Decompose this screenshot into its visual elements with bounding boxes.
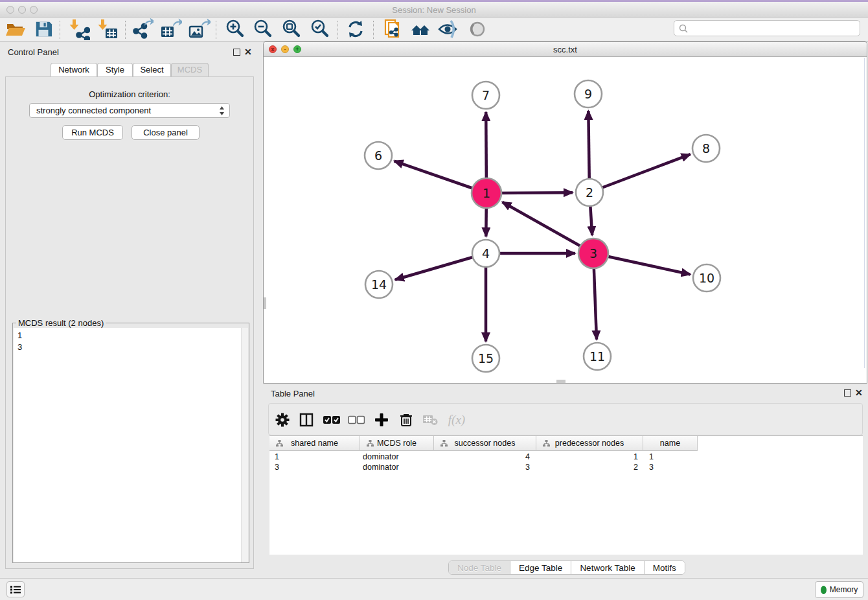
select-all-columns-icon[interactable] [320,408,343,432]
tab-network[interactable]: Network [51,63,97,76]
float-panel-icon[interactable] [233,49,240,56]
memory-button[interactable]: Memory [815,581,863,598]
control-panel-header: Control Panel ✕ [0,41,259,61]
node-label: 11 [589,349,605,363]
node-label: 14 [371,277,387,292]
network-window-title: scc.txt [264,45,867,54]
table-tabs: Node TableEdge TableNetwork TableMotifs [448,560,685,575]
toolbar-separator [60,21,60,39]
table-cell: 2 [536,462,643,472]
tab-select[interactable]: Select [133,63,171,76]
toolbar-separator [216,21,216,39]
table-cell: 3 [643,462,698,472]
canvas-right-scrollbar-track [864,58,865,368]
table-cell: dominator [360,462,434,472]
birds-eye-view-icon[interactable] [466,17,489,41]
optimization-criterion-dropdown[interactable]: strongly connected component [29,103,230,118]
run-mcds-button[interactable]: Run MCDS [62,125,123,140]
control-panel-title: Control Panel [8,47,59,57]
tab-mcds[interactable]: MCDS [171,63,209,76]
mcds-result-box: MCDS result (2 nodes) 13 [12,323,249,563]
column-header-shared-name[interactable]: shared name [269,436,360,451]
table-cell: 1 [536,452,643,462]
optimization-criterion-label: Optimization criterion: [6,89,253,99]
mcds-result-area[interactable]: 13 [14,328,248,562]
add-column-icon[interactable] [370,408,393,432]
network-view-window: x - + scc.txt 7968124314101511 [263,41,867,384]
search-icon [679,24,689,34]
table-panel-header: Table Panel ✕ [263,385,868,402]
task-history-button[interactable] [6,581,25,597]
open-session-icon[interactable] [3,17,27,41]
table-cell: 1 [269,452,360,462]
attribute-icon [276,440,283,447]
column-header-MCDS-role[interactable]: MCDS role [360,436,434,451]
close-panel-icon[interactable]: ✕ [244,48,252,56]
table-cell: dominator [360,452,434,462]
mcds-tab-content: Optimization criterion: strongly connect… [5,76,254,569]
status-bar: Memory [0,578,868,600]
table-cell: 3 [434,462,536,472]
table-panel-title: Table Panel [271,389,315,398]
float-table-panel-icon[interactable] [844,389,851,397]
table-row[interactable]: 1dominator411 [269,452,698,462]
table-header-row: shared nameMCDS rolesuccessor nodesprede… [269,436,698,451]
close-panel-button[interactable]: Close panel [131,125,200,140]
zoom-in-icon[interactable] [223,17,247,41]
tab-style[interactable]: Style [97,63,133,76]
deselect-all-columns-icon[interactable] [345,408,368,432]
node-label: 10 [699,271,714,285]
vertical-scrollbar-thumb[interactable] [264,297,266,309]
import-table-icon[interactable] [96,17,119,41]
refresh-view-icon[interactable] [344,17,367,41]
home-layout-icon[interactable] [409,17,432,41]
toolbar-separator [337,21,338,39]
delete-table-icon[interactable] [418,408,442,432]
mcds-scrollbar[interactable] [241,328,248,562]
node-label: 4 [482,246,490,260]
node-label: 7 [482,88,490,102]
table-tab-edge-table[interactable]: Edge Table [510,561,571,575]
import-network-icon[interactable] [67,17,91,41]
column-header-successor-nodes[interactable]: successor nodes [434,436,536,451]
function-builder-icon[interactable]: f(x) [442,408,471,432]
column-header-predecessor-nodes[interactable]: predecessor nodes [536,436,643,451]
zoom-out-icon[interactable] [251,17,275,41]
hide-graphics-details-icon[interactable] [437,17,460,41]
network-window-titlebar[interactable]: x - + scc.txt [264,42,867,57]
horizontal-scrollbar-thumb[interactable] [556,380,565,383]
table-tab-network-table[interactable]: Network Table [571,561,644,575]
attribute-icon [440,440,448,447]
export-network-icon[interactable] [131,17,154,41]
node-label: 3 [589,246,597,260]
export-image-icon[interactable] [188,17,211,41]
application-window: Session: New Session [0,0,868,600]
toolbar-separator [125,21,126,39]
node-label: 15 [478,351,494,365]
mcds-result-title: MCDS result (2 nodes) [16,318,106,328]
node-label: 6 [374,148,382,163]
title-bar[interactable]: Session: New Session [0,2,868,17]
close-table-panel-icon[interactable]: ✕ [855,389,863,397]
table-toolbar: f(x) [268,403,863,435]
column-header-name[interactable]: name [643,436,698,451]
attribute-icon [543,440,550,447]
table-tab-motifs[interactable]: Motifs [645,561,685,575]
table-options-icon[interactable] [271,408,294,432]
clone-document-icon[interactable] [381,17,404,41]
zoom-fit-icon[interactable] [280,17,303,41]
table-row[interactable]: 3dominator323 [269,462,698,472]
table-tab-node-table[interactable]: Node Table [449,561,510,575]
main-toolbar [0,18,868,41]
edge-2-8[interactable] [589,154,691,192]
delete-column-icon[interactable] [394,408,418,432]
dropdown-stepper-icon [219,106,225,120]
zoom-selected-icon[interactable] [308,17,332,41]
network-graph[interactable]: 7968124314101511 [264,58,867,384]
show-column-panel-icon[interactable] [295,408,318,432]
export-table-icon[interactable] [159,17,183,41]
search-input[interactable] [691,22,856,34]
save-session-icon[interactable] [32,17,55,41]
memory-status-icon [821,586,827,594]
node-table: shared nameMCDS rolesuccessor nodesprede… [269,435,863,555]
